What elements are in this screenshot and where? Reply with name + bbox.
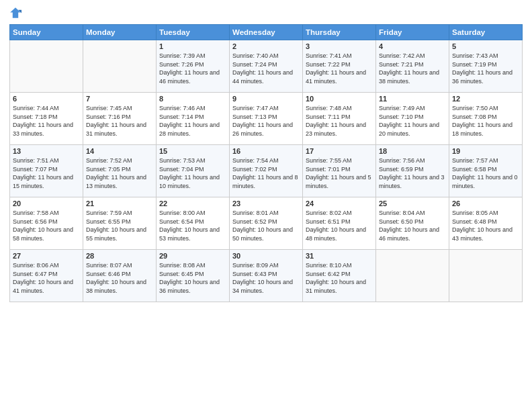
calendar-cell: 12Sunrise: 7:50 AM Sunset: 7:08 PM Dayli… xyxy=(449,93,523,145)
day-detail: Sunrise: 8:08 AM Sunset: 6:45 PM Dayligh… xyxy=(159,261,226,295)
calendar-cell: 30Sunrise: 8:09 AM Sunset: 6:43 PM Dayli… xyxy=(230,250,303,302)
day-number: 6 xyxy=(13,95,80,103)
day-detail: Sunrise: 7:42 AM Sunset: 7:21 PM Dayligh… xyxy=(379,52,446,85)
week-row-2: 6Sunrise: 7:44 AM Sunset: 7:18 PM Daylig… xyxy=(10,93,523,145)
calendar-cell: 1Sunrise: 7:39 AM Sunset: 7:26 PM Daylig… xyxy=(157,40,230,93)
day-number: 26 xyxy=(452,199,519,208)
day-number: 10 xyxy=(306,95,373,103)
day-detail: Sunrise: 8:10 AM Sunset: 6:42 PM Dayligh… xyxy=(306,261,373,295)
calendar-cell: 23Sunrise: 8:01 AM Sunset: 6:52 PM Dayli… xyxy=(230,197,303,250)
calendar-cell: 28Sunrise: 8:07 AM Sunset: 6:46 PM Dayli… xyxy=(83,250,157,302)
week-row-1: 1Sunrise: 7:39 AM Sunset: 7:26 PM Daylig… xyxy=(10,40,523,93)
calendar-cell: 8Sunrise: 7:46 AM Sunset: 7:14 PM Daylig… xyxy=(157,93,230,145)
day-number: 12 xyxy=(452,95,519,103)
calendar-cell: 14Sunrise: 7:52 AM Sunset: 7:05 PM Dayli… xyxy=(83,145,157,197)
day-number: 2 xyxy=(232,42,300,50)
calendar-cell: 7Sunrise: 7:45 AM Sunset: 7:16 PM Daylig… xyxy=(83,93,157,145)
day-number: 11 xyxy=(379,95,446,103)
day-detail: Sunrise: 8:09 AM Sunset: 6:43 PM Dayligh… xyxy=(232,261,300,295)
day-number: 7 xyxy=(86,95,153,103)
calendar-cell: 5Sunrise: 7:43 AM Sunset: 7:19 PM Daylig… xyxy=(449,40,523,93)
day-detail: Sunrise: 7:56 AM Sunset: 6:59 PM Dayligh… xyxy=(379,156,446,190)
day-detail: Sunrise: 7:55 AM Sunset: 7:01 PM Dayligh… xyxy=(306,156,373,190)
day-detail: Sunrise: 7:47 AM Sunset: 7:13 PM Dayligh… xyxy=(232,104,300,138)
day-number: 13 xyxy=(13,147,80,155)
day-detail: Sunrise: 7:39 AM Sunset: 7:26 PM Dayligh… xyxy=(159,52,226,85)
calendar-cell: 9Sunrise: 7:47 AM Sunset: 7:13 PM Daylig… xyxy=(230,93,303,145)
calendar-cell: 16Sunrise: 7:54 AM Sunset: 7:02 PM Dayli… xyxy=(230,145,303,197)
calendar-header-row: SundayMondayTuesdayWednesdayThursdayFrid… xyxy=(10,25,523,40)
day-number: 1 xyxy=(159,42,226,50)
calendar-cell: 11Sunrise: 7:49 AM Sunset: 7:10 PM Dayli… xyxy=(376,93,449,145)
day-number: 14 xyxy=(86,147,153,155)
calendar-cell xyxy=(10,40,83,93)
day-detail: Sunrise: 7:50 AM Sunset: 7:08 PM Dayligh… xyxy=(452,104,519,138)
calendar-cell xyxy=(376,250,449,302)
svg-marker-0 xyxy=(10,7,21,18)
calendar-body: 1Sunrise: 7:39 AM Sunset: 7:26 PM Daylig… xyxy=(10,40,523,302)
day-number: 9 xyxy=(232,95,300,103)
day-number: 17 xyxy=(306,147,373,155)
calendar-cell xyxy=(83,40,157,93)
week-row-3: 13Sunrise: 7:51 AM Sunset: 7:07 PM Dayli… xyxy=(10,145,523,197)
calendar-cell: 27Sunrise: 8:06 AM Sunset: 6:47 PM Dayli… xyxy=(10,250,83,302)
week-row-5: 27Sunrise: 8:06 AM Sunset: 6:47 PM Dayli… xyxy=(10,250,523,302)
day-header-friday: Friday xyxy=(376,25,449,40)
calendar-cell: 24Sunrise: 8:02 AM Sunset: 6:51 PM Dayli… xyxy=(303,197,376,250)
day-detail: Sunrise: 7:45 AM Sunset: 7:16 PM Dayligh… xyxy=(86,104,153,138)
calendar-cell: 31Sunrise: 8:10 AM Sunset: 6:42 PM Dayli… xyxy=(303,250,376,302)
day-detail: Sunrise: 7:54 AM Sunset: 7:02 PM Dayligh… xyxy=(232,156,300,190)
day-number: 4 xyxy=(379,42,446,50)
calendar-cell: 3Sunrise: 7:41 AM Sunset: 7:22 PM Daylig… xyxy=(303,40,376,93)
calendar-cell: 13Sunrise: 7:51 AM Sunset: 7:07 PM Dayli… xyxy=(10,145,83,197)
logo xyxy=(9,7,23,19)
day-header-thursday: Thursday xyxy=(303,25,376,40)
calendar-table: SundayMondayTuesdayWednesdayThursdayFrid… xyxy=(9,24,523,302)
calendar-cell: 25Sunrise: 8:04 AM Sunset: 6:50 PM Dayli… xyxy=(376,197,449,250)
day-detail: Sunrise: 7:51 AM Sunset: 7:07 PM Dayligh… xyxy=(13,156,80,190)
logo-icon xyxy=(9,7,21,19)
day-detail: Sunrise: 7:43 AM Sunset: 7:19 PM Dayligh… xyxy=(452,52,519,85)
day-number: 25 xyxy=(379,199,446,208)
page: SundayMondayTuesdayWednesdayThursdayFrid… xyxy=(0,0,532,411)
day-detail: Sunrise: 7:49 AM Sunset: 7:10 PM Dayligh… xyxy=(379,104,446,138)
day-detail: Sunrise: 8:05 AM Sunset: 6:48 PM Dayligh… xyxy=(452,209,519,242)
week-row-4: 20Sunrise: 7:58 AM Sunset: 6:56 PM Dayli… xyxy=(10,197,523,250)
day-number: 28 xyxy=(86,252,153,260)
calendar-cell: 15Sunrise: 7:53 AM Sunset: 7:04 PM Dayli… xyxy=(157,145,230,197)
day-number: 15 xyxy=(159,147,226,155)
day-number: 19 xyxy=(452,147,519,155)
day-number: 30 xyxy=(232,252,300,260)
day-number: 16 xyxy=(232,147,300,155)
day-number: 31 xyxy=(306,252,373,260)
calendar-cell xyxy=(449,250,523,302)
day-number: 21 xyxy=(86,199,153,208)
calendar-cell: 20Sunrise: 7:58 AM Sunset: 6:56 PM Dayli… xyxy=(10,197,83,250)
day-detail: Sunrise: 7:46 AM Sunset: 7:14 PM Dayligh… xyxy=(159,104,226,138)
day-header-monday: Monday xyxy=(83,25,157,40)
day-number: 18 xyxy=(379,147,446,155)
calendar-cell: 26Sunrise: 8:05 AM Sunset: 6:48 PM Dayli… xyxy=(449,197,523,250)
day-number: 29 xyxy=(159,252,226,260)
day-detail: Sunrise: 8:02 AM Sunset: 6:51 PM Dayligh… xyxy=(306,209,373,242)
day-header-sunday: Sunday xyxy=(10,25,83,40)
calendar-cell: 10Sunrise: 7:48 AM Sunset: 7:11 PM Dayli… xyxy=(303,93,376,145)
day-number: 22 xyxy=(159,199,226,208)
calendar-cell: 21Sunrise: 7:59 AM Sunset: 6:55 PM Dayli… xyxy=(83,197,157,250)
calendar-cell: 2Sunrise: 7:40 AM Sunset: 7:24 PM Daylig… xyxy=(230,40,303,93)
calendar-cell: 19Sunrise: 7:57 AM Sunset: 6:58 PM Dayli… xyxy=(449,145,523,197)
day-number: 8 xyxy=(159,95,226,103)
calendar-cell: 22Sunrise: 8:00 AM Sunset: 6:54 PM Dayli… xyxy=(157,197,230,250)
calendar-cell: 18Sunrise: 7:56 AM Sunset: 6:59 PM Dayli… xyxy=(376,145,449,197)
day-detail: Sunrise: 7:57 AM Sunset: 6:58 PM Dayligh… xyxy=(452,156,519,190)
day-detail: Sunrise: 8:07 AM Sunset: 6:46 PM Dayligh… xyxy=(86,261,153,295)
calendar-cell: 6Sunrise: 7:44 AM Sunset: 7:18 PM Daylig… xyxy=(10,93,83,145)
day-number: 27 xyxy=(13,252,80,260)
day-detail: Sunrise: 7:53 AM Sunset: 7:04 PM Dayligh… xyxy=(159,156,226,190)
day-detail: Sunrise: 7:58 AM Sunset: 6:56 PM Dayligh… xyxy=(13,209,80,242)
calendar-cell: 29Sunrise: 8:08 AM Sunset: 6:45 PM Dayli… xyxy=(157,250,230,302)
day-number: 3 xyxy=(306,42,373,50)
day-number: 23 xyxy=(232,199,300,208)
day-detail: Sunrise: 7:41 AM Sunset: 7:22 PM Dayligh… xyxy=(306,52,373,85)
day-number: 20 xyxy=(13,199,80,208)
